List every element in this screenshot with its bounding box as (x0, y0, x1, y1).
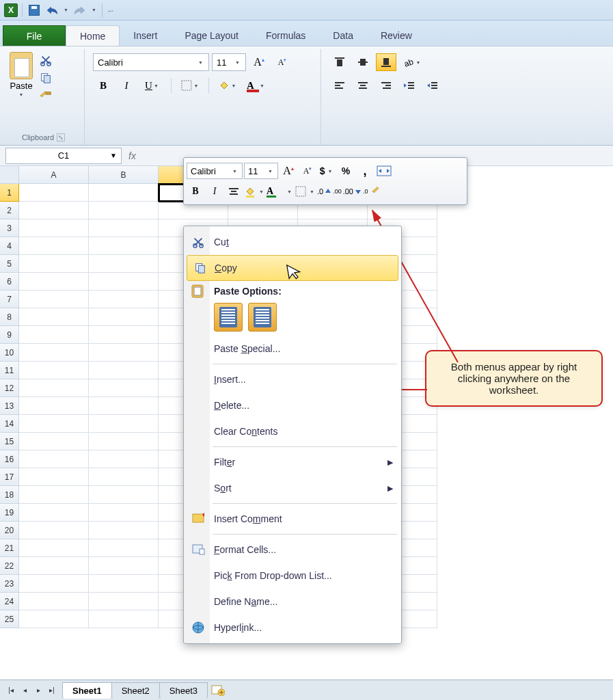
cell[interactable] (19, 468, 89, 486)
cell[interactable] (89, 184, 159, 202)
cell[interactable] (89, 255, 159, 273)
cell[interactable] (89, 593, 159, 610)
cm-insert-comment[interactable]: Insert Comment (185, 506, 400, 532)
row-header[interactable]: 7 (0, 291, 19, 308)
increase-indent-button[interactable] (422, 77, 443, 94)
save-button[interactable] (27, 3, 42, 18)
cell[interactable] (19, 504, 89, 522)
cell[interactable] (19, 308, 89, 326)
row-header[interactable]: 12 (0, 379, 19, 397)
sheet-nav-last[interactable]: ▸| (45, 684, 59, 697)
row-header[interactable]: 3 (0, 219, 19, 237)
clipboard-dialog-launcher[interactable]: ⤡ (57, 133, 65, 142)
cell[interactable] (89, 379, 159, 397)
row-header[interactable]: 16 (0, 450, 19, 468)
cell[interactable] (19, 539, 89, 557)
cm-clear[interactable]: Clear Contents (185, 418, 400, 444)
cm-hyperlink[interactable]: Hyperlink... (185, 615, 400, 641)
cell[interactable] (19, 522, 89, 539)
mini-align-center-button[interactable] (225, 183, 243, 200)
cell[interactable] (19, 273, 89, 291)
align-top-button[interactable] (329, 53, 350, 71)
paste-dropdown-icon[interactable]: ▼ (19, 92, 24, 97)
cell[interactable] (19, 593, 89, 610)
mini-currency-button[interactable]: $▼ (318, 163, 336, 179)
row-header[interactable]: 22 (0, 557, 19, 575)
review-tab[interactable]: Review (367, 25, 426, 46)
cell[interactable] (19, 202, 89, 219)
orientation-button[interactable]: ab▼ (399, 53, 425, 71)
align-center-button[interactable] (353, 77, 373, 94)
row-header[interactable]: 23 (0, 575, 19, 593)
mini-comma-button[interactable]: , (356, 163, 374, 179)
cell[interactable] (89, 557, 159, 575)
copy-button[interactable] (38, 71, 53, 85)
align-right-button[interactable] (376, 77, 396, 94)
row-header[interactable]: 24 (0, 593, 19, 610)
mini-font-color-button[interactable]: A▼ (267, 183, 293, 200)
mini-italic-button[interactable]: I (206, 183, 223, 200)
file-tab[interactable]: File (3, 25, 66, 46)
mini-bold-button[interactable]: B (187, 183, 204, 200)
formulas-tab[interactable]: Formulas (252, 25, 319, 46)
cell[interactable] (19, 486, 89, 504)
data-tab[interactable]: Data (319, 25, 367, 46)
cell[interactable] (19, 610, 89, 628)
cell[interactable] (89, 504, 159, 522)
row-header[interactable]: 1 (0, 184, 19, 202)
cell[interactable] (19, 575, 89, 593)
select-all-corner[interactable] (0, 166, 19, 184)
cm-cut[interactable]: Cut (185, 229, 400, 255)
cell[interactable] (89, 610, 159, 628)
paste-button[interactable]: Paste ▼ (7, 51, 36, 98)
cell[interactable] (19, 237, 89, 255)
underline-button[interactable]: U▼ (139, 77, 165, 94)
cell[interactable] (19, 415, 89, 433)
cell[interactable] (19, 219, 89, 237)
cell[interactable] (89, 397, 159, 415)
cell[interactable] (89, 486, 159, 504)
cell[interactable] (89, 219, 159, 237)
sheet-nav-first[interactable]: |◂ (4, 684, 18, 697)
format-painter-button[interactable] (38, 89, 53, 103)
align-bottom-button[interactable] (376, 53, 396, 71)
row-header[interactable]: 10 (0, 344, 19, 362)
cm-insert[interactable]: Insert... (185, 366, 400, 392)
cell[interactable] (89, 202, 159, 219)
align-middle-button[interactable] (353, 53, 373, 71)
decrease-indent-button[interactable] (399, 77, 420, 94)
cell[interactable] (89, 273, 159, 291)
mini-size-combo[interactable]: 11▼ (244, 163, 278, 179)
shrink-font-button[interactable]: A▾ (272, 53, 292, 71)
row-header[interactable]: 17 (0, 468, 19, 486)
mini-shrink-font-button[interactable]: A▾ (299, 163, 316, 179)
cell[interactable] (89, 308, 159, 326)
mini-fill-color-button[interactable]: ▼ (244, 183, 265, 200)
paste-option-all[interactable] (214, 303, 243, 332)
redo-button[interactable] (72, 3, 87, 18)
fx-icon[interactable]: fx (128, 150, 136, 161)
cell[interactable] (89, 575, 159, 593)
mini-format-painter-button[interactable] (369, 183, 387, 200)
cell[interactable] (19, 184, 89, 202)
cell[interactable] (19, 326, 89, 344)
font-size-combo[interactable]: 11▼ (212, 53, 246, 71)
grow-font-button[interactable]: A▴ (249, 53, 269, 71)
row-header[interactable]: 9 (0, 326, 19, 344)
cm-sort[interactable]: Sort▶ (185, 475, 400, 501)
cell[interactable] (19, 397, 89, 415)
sheet-tab-3[interactable]: Sheet3 (159, 682, 208, 699)
page-layout-tab[interactable]: Page Layout (171, 25, 252, 46)
cell[interactable] (89, 291, 159, 308)
row-header[interactable]: 15 (0, 433, 19, 450)
sheet-nav-prev[interactable]: ◂ (18, 684, 31, 697)
mini-borders-button[interactable]: ▼ (295, 183, 316, 200)
row-header[interactable]: 11 (0, 362, 19, 379)
row-header[interactable]: 19 (0, 504, 19, 522)
cell[interactable] (89, 450, 159, 468)
cm-pick-list[interactable]: Pick From Drop-down List... (185, 563, 400, 589)
col-header[interactable]: B (89, 166, 159, 184)
cell[interactable] (89, 539, 159, 557)
cell[interactable] (19, 433, 89, 450)
cell[interactable] (19, 255, 89, 273)
